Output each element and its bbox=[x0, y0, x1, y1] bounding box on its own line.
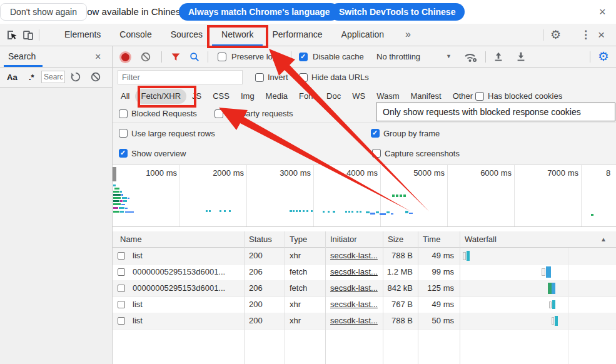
devtools-tabbar: ElementsConsoleSourcesNetworkPerformance… bbox=[0, 24, 616, 46]
tab-application[interactable]: Application bbox=[332, 24, 394, 46]
devtools-close-icon[interactable]: × bbox=[598, 24, 605, 46]
filter-chip-media[interactable]: Media bbox=[260, 89, 293, 104]
overview-request-mark bbox=[591, 214, 593, 216]
request-row[interactable]: list200xhrsecsdk-last...788 B49 ms bbox=[113, 248, 616, 265]
filter-input[interactable] bbox=[118, 70, 243, 84]
clear-network-log-icon[interactable] bbox=[140, 51, 151, 63]
filter-chip-wasm[interactable]: Wasm bbox=[371, 89, 405, 104]
filter-chip-doc[interactable]: Doc bbox=[321, 89, 346, 104]
filter-chip-manifest[interactable]: Manifest bbox=[405, 89, 447, 104]
overview-request-mark bbox=[351, 211, 353, 213]
hide-data-urls-checkbox[interactable] bbox=[299, 73, 308, 82]
filter-chip-css[interactable]: CSS bbox=[207, 89, 235, 104]
overview-request-mark bbox=[125, 211, 134, 213]
filter-chip-fetch-xhr[interactable]: Fetch/XHR bbox=[135, 89, 186, 104]
disable-cache-checkbox[interactable] bbox=[299, 53, 308, 61]
column-header-type[interactable]: Type bbox=[290, 231, 307, 247]
tab-console[interactable]: Console bbox=[110, 24, 161, 46]
column-header-time[interactable]: Time bbox=[423, 231, 440, 247]
search-tab-underline bbox=[4, 65, 43, 67]
match-case-toggle[interactable]: Aa bbox=[7, 68, 18, 87]
import-har-icon[interactable] bbox=[493, 51, 504, 63]
overview-request-mark bbox=[311, 210, 313, 212]
always-match-language-button[interactable]: Always match Chrome's language bbox=[179, 3, 340, 21]
search-network-icon[interactable] bbox=[189, 51, 200, 63]
cell-initiator[interactable]: secsdk-last... bbox=[330, 280, 381, 296]
overview-request-mark bbox=[113, 197, 121, 199]
filter-chip-font[interactable]: Font bbox=[293, 89, 321, 104]
overview-request-mark bbox=[122, 197, 127, 199]
throttling-caret-icon[interactable]: ▼ bbox=[446, 46, 452, 67]
use-large-rows-checkbox[interactable] bbox=[119, 129, 128, 138]
overview-handle[interactable] bbox=[113, 167, 116, 181]
tab-network[interactable]: Network bbox=[212, 24, 263, 46]
record-network-log-button[interactable] bbox=[121, 53, 129, 61]
invert-checkbox[interactable] bbox=[255, 73, 264, 82]
column-header-status[interactable]: Status bbox=[249, 231, 272, 247]
show-overview-checkbox[interactable] bbox=[119, 149, 128, 158]
column-divider bbox=[418, 231, 418, 364]
column-header-initiator[interactable]: Initiator bbox=[330, 231, 357, 247]
show-overview-label: Show overview bbox=[131, 144, 186, 164]
overview-gridline bbox=[246, 165, 247, 226]
row-checkbox[interactable] bbox=[118, 252, 125, 260]
row-checkbox[interactable] bbox=[118, 268, 125, 276]
dont-show-again-button[interactable]: Don't show again bbox=[0, 3, 87, 21]
cell-initiator[interactable]: secsdk-last... bbox=[330, 264, 381, 280]
tab-sources[interactable]: Sources bbox=[161, 24, 212, 46]
request-row[interactable]: 00000005295153d6001...206fetchsecsdk-las… bbox=[113, 264, 616, 281]
filter-chip-img[interactable]: Img bbox=[235, 89, 260, 104]
row-checkbox[interactable] bbox=[118, 301, 125, 308]
overview-request-mark bbox=[220, 210, 221, 212]
network-request-table: ▲ NameStatusTypeInitiatorSizeTimeWaterfa… bbox=[113, 231, 616, 364]
switch-to-chinese-button[interactable]: Switch DevTools to Chinese bbox=[330, 3, 465, 21]
request-row[interactable]: list200xhrsecsdk-last...767 B49 ms bbox=[113, 296, 616, 313]
cell-initiator[interactable]: secsdk-last... bbox=[330, 248, 381, 263]
network-conditions-icon[interactable] bbox=[463, 51, 478, 63]
tab-elements[interactable]: Elements bbox=[55, 24, 110, 46]
network-settings-gear-icon[interactable]: ⚙ bbox=[598, 46, 609, 67]
has-blocked-cookies-checkbox[interactable] bbox=[475, 92, 484, 101]
request-row[interactable]: 00000005295153d6001...206fetchsecsdk-las… bbox=[113, 280, 616, 297]
refresh-icon[interactable] bbox=[70, 71, 81, 83]
tab-performance[interactable]: Performance bbox=[263, 24, 331, 46]
overview-request-mark bbox=[113, 194, 121, 196]
group-by-frame-checkbox[interactable] bbox=[371, 129, 380, 138]
filter-chip-ws[interactable]: WS bbox=[346, 89, 371, 104]
overview-request-mark bbox=[299, 210, 301, 212]
regex-toggle[interactable]: .* bbox=[29, 68, 34, 87]
filter-chip-other[interactable]: Other bbox=[447, 89, 479, 104]
cell-initiator[interactable]: secsdk-last... bbox=[330, 296, 381, 312]
cell-size: 842 kB bbox=[375, 280, 413, 296]
inspect-element-icon[interactable] bbox=[6, 29, 18, 41]
filter-chip-js[interactable]: JS bbox=[186, 89, 207, 104]
request-row[interactable]: list200xhrsecsdk-last...788 B50 ms bbox=[113, 313, 616, 330]
row-checkbox[interactable] bbox=[118, 285, 125, 292]
blocked-requests-checkbox[interactable] bbox=[119, 109, 128, 118]
device-toolbar-icon[interactable] bbox=[22, 29, 34, 41]
column-header-size[interactable]: Size bbox=[388, 231, 403, 247]
sort-arrow-icon[interactable]: ▲ bbox=[600, 231, 607, 247]
filter-chip-all[interactable]: All bbox=[115, 89, 135, 104]
column-header-waterfall[interactable]: Waterfall bbox=[465, 231, 497, 247]
overview-tick-label: 2000 ms bbox=[194, 168, 244, 178]
column-divider bbox=[285, 231, 285, 364]
export-har-icon[interactable] bbox=[515, 51, 527, 63]
search-input[interactable] bbox=[41, 71, 65, 83]
third-party-checkbox[interactable] bbox=[215, 109, 223, 118]
overview-request-mark bbox=[405, 211, 408, 213]
filter-funnel-icon[interactable] bbox=[170, 51, 181, 63]
search-close-icon[interactable]: × bbox=[95, 52, 101, 62]
clear-results-icon[interactable] bbox=[90, 71, 101, 83]
more-tabs-icon[interactable]: » bbox=[405, 24, 411, 45]
cell-initiator[interactable]: secsdk-last... bbox=[330, 313, 381, 328]
column-header-name[interactable]: Name bbox=[120, 231, 142, 247]
capture-screenshots-checkbox[interactable] bbox=[372, 149, 381, 158]
network-overview-timeline[interactable]: 8 1000 ms2000 ms3000 ms4000 ms5000 ms600… bbox=[113, 165, 616, 227]
row-checkbox[interactable] bbox=[118, 317, 125, 325]
kebab-menu-icon[interactable]: ⋮ bbox=[580, 24, 591, 46]
banner-close-icon[interactable]: × bbox=[599, 6, 606, 18]
settings-gear-icon[interactable]: ⚙ bbox=[550, 24, 561, 46]
throttling-select[interactable]: No throttling bbox=[376, 46, 420, 67]
preserve-log-checkbox[interactable] bbox=[218, 53, 226, 61]
